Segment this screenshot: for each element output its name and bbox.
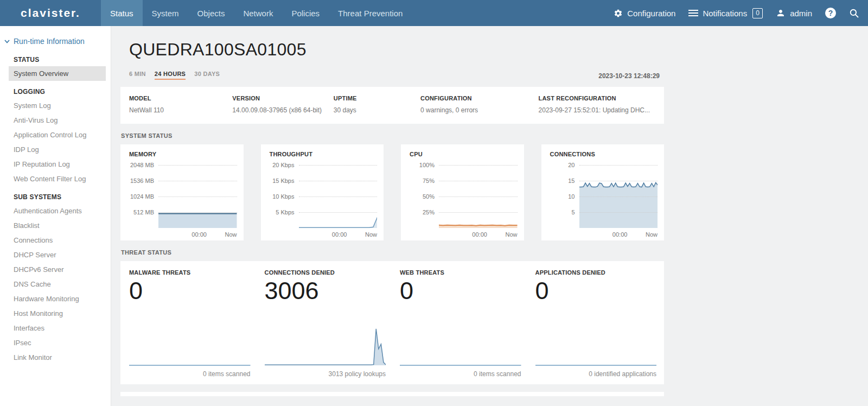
user-menu[interactable]: admin bbox=[776, 8, 812, 18]
threat-col-connections-denied: CONNECTIONS DENIED 3006 3013 policy look… bbox=[265, 269, 386, 378]
sidebar-item-interfaces[interactable]: Interfaces bbox=[9, 321, 106, 335]
chart-title: CPU bbox=[410, 151, 518, 157]
threat-sparkline bbox=[265, 321, 386, 366]
notifications-label: Notifications bbox=[703, 9, 747, 18]
x-tick: Now bbox=[646, 231, 658, 238]
chart-card-memory: MEMORY 2048 MB1536 MB1024 MB512 MB 00:00… bbox=[120, 144, 244, 240]
info-col-uptime: UPTIME 30 days bbox=[334, 95, 420, 114]
chart-card-throughput: THROUGHPUT 20 Kbps15 Kbps10 Kbps5 Kbps 0… bbox=[261, 144, 384, 240]
sidebar-item-connections[interactable]: Connections bbox=[9, 233, 106, 248]
threat-value: 3006 bbox=[265, 278, 386, 303]
nav-item-policies[interactable]: Policies bbox=[282, 0, 329, 26]
nav-item-threat-prevention[interactable]: Threat Prevention bbox=[329, 0, 412, 26]
chart-plot: 2015105 bbox=[579, 162, 658, 229]
chart-plot: 2048 MB1536 MB1024 MB512 MB bbox=[158, 162, 237, 229]
chevron-down-icon bbox=[4, 40, 10, 43]
tab-6-min[interactable]: 6 MIN bbox=[129, 71, 146, 80]
x-tick: 00:00 bbox=[332, 231, 347, 238]
clavister-logo[interactable]: clavister. bbox=[0, 0, 101, 26]
threat-value: 0 bbox=[400, 278, 521, 303]
info-col-model: MODEL NetWall 110 bbox=[129, 95, 232, 114]
sidebar-section-logging: LOGGING bbox=[0, 81, 111, 98]
threat-status-section-label: THREAT STATUS bbox=[121, 249, 664, 256]
main-menu: Status System Objects Network Policies T… bbox=[101, 0, 412, 26]
x-tick: Now bbox=[505, 231, 517, 238]
tab-24-hours[interactable]: 24 HOURS bbox=[155, 71, 186, 80]
chart-x-axis: 00:00 Now bbox=[158, 229, 237, 239]
info-value: NetWall 110 bbox=[129, 106, 227, 114]
sidebar-item-host-monitoring[interactable]: Host Monitoring bbox=[9, 306, 106, 321]
page-layout: Run-time Information STATUS System Overv… bbox=[0, 26, 868, 406]
configuration-label: Configuration bbox=[627, 9, 675, 18]
sidebar-root-runtime-information[interactable]: Run-time Information bbox=[0, 33, 111, 49]
threat-status-card: MALWARE THREATS 0 0 items scanned CONNEC… bbox=[120, 261, 664, 384]
current-timestamp: 2023-10-23 12:48:29 bbox=[598, 72, 660, 80]
threat-col-applications-denied: APPLICATIONS DENIED 0 0 identified appli… bbox=[535, 269, 657, 378]
sidebar-item-ip-reputation-log[interactable]: IP Reputation Log bbox=[9, 157, 106, 172]
chart-plot: 20 Kbps15 Kbps10 Kbps5 Kbps bbox=[299, 162, 378, 229]
threat-col-web-threats: WEB THREATS 0 0 items scanned bbox=[400, 269, 521, 378]
nav-item-network[interactable]: Network bbox=[234, 0, 282, 26]
x-tick: 00:00 bbox=[192, 231, 207, 238]
info-value: 2023-09-27 15:52:01: Updating DHC... bbox=[539, 106, 650, 114]
sidebar-item-web-content-filter-log[interactable]: Web Content Filter Log bbox=[9, 172, 106, 186]
sidebar-item-blacklist[interactable]: Blacklist bbox=[9, 218, 106, 233]
info-value: 30 days bbox=[334, 106, 415, 114]
sidebar-item-system-overview[interactable]: System Overview bbox=[9, 66, 106, 81]
info-col-configuration: CONFIGURATION 0 warnings, 0 errors bbox=[420, 95, 538, 114]
navbar-utilities: Configuration Notifications 0 admin ? bbox=[614, 0, 868, 26]
x-tick: 00:00 bbox=[612, 231, 628, 238]
sidebar-item-authentication-agents[interactable]: Authentication Agents bbox=[9, 204, 106, 218]
sidebar-item-idp-log[interactable]: IDP Log bbox=[9, 142, 106, 157]
threat-caption: 3013 policy lookups bbox=[265, 370, 386, 378]
sidebar-item-system-log[interactable]: System Log bbox=[9, 98, 106, 113]
chart-plot: 100%75%50%25% bbox=[439, 162, 518, 229]
x-tick: 00:00 bbox=[472, 231, 487, 238]
device-info-card: MODEL NetWall 110 VERSION 14.00.09.08-37… bbox=[120, 87, 664, 124]
x-tick: Now bbox=[225, 231, 237, 238]
threat-value: 0 bbox=[129, 278, 251, 303]
top-navbar: clavister. Status System Objects Network… bbox=[0, 0, 868, 26]
sidebar-item-dhcpv6-server[interactable]: DHCPv6 Server bbox=[9, 262, 106, 277]
page-title: QUEDRA100SA01005 bbox=[129, 40, 664, 60]
sidebar-item-dhcp-server[interactable]: DHCP Server bbox=[9, 248, 106, 262]
sidebar-item-hardware-monitoring[interactable]: Hardware Monitoring bbox=[9, 291, 106, 306]
main-area: QUEDRA100SA01005 6 MIN 24 HOURS 30 DAYS … bbox=[111, 26, 868, 406]
threat-caption: 0 items scanned bbox=[400, 370, 521, 378]
sidebar-root-label: Run-time Information bbox=[14, 37, 85, 46]
configuration-button[interactable]: Configuration bbox=[614, 9, 675, 18]
info-label: VERSION bbox=[232, 95, 328, 101]
info-value: 0 warnings, 0 errors bbox=[420, 106, 533, 114]
search-icon[interactable] bbox=[849, 8, 859, 18]
threat-sparkline bbox=[129, 321, 251, 366]
system-status-charts: MEMORY 2048 MB1536 MB1024 MB512 MB 00:00… bbox=[120, 144, 664, 240]
sidebar-item-ipsec[interactable]: IPsec bbox=[9, 335, 106, 350]
info-value: 14.00.09.08-37965 (x86 64-bit) bbox=[232, 106, 328, 114]
info-label: CONFIGURATION bbox=[420, 95, 533, 101]
nav-item-status[interactable]: Status bbox=[101, 0, 143, 26]
notifications-count-badge: 0 bbox=[752, 8, 763, 18]
chart-title: MEMORY bbox=[129, 151, 237, 157]
tab-30-days[interactable]: 30 DAYS bbox=[194, 71, 220, 80]
sidebar: Run-time Information STATUS System Overv… bbox=[0, 26, 111, 406]
notifications-button[interactable]: Notifications 0 bbox=[688, 8, 763, 18]
chart-x-axis: 00:00 Now bbox=[299, 229, 378, 239]
info-col-version: VERSION 14.00.09.08-37965 (x86 64-bit) bbox=[232, 95, 333, 114]
threat-caption: 0 identified applications bbox=[535, 370, 657, 378]
sidebar-section-status: STATUS bbox=[0, 49, 111, 66]
nav-item-objects[interactable]: Objects bbox=[188, 0, 234, 26]
sidebar-item-anti-virus-log[interactable]: Anti-Virus Log bbox=[9, 113, 106, 128]
sidebar-item-application-control-log[interactable]: Application Control Log bbox=[9, 128, 106, 142]
x-tick: Now bbox=[365, 231, 377, 238]
help-icon[interactable]: ? bbox=[825, 8, 836, 18]
chart-title: CONNECTIONS bbox=[550, 151, 658, 157]
threat-sparkline bbox=[400, 321, 521, 366]
sidebar-item-dns-cache[interactable]: DNS Cache bbox=[9, 277, 106, 291]
chart-x-axis: 00:00 Now bbox=[579, 229, 658, 239]
sidebar-item-link-monitor[interactable]: Link Monitor bbox=[9, 350, 106, 365]
info-col-last-reconfiguration: LAST RECONFIGURATION 2023-09-27 15:52:01… bbox=[539, 95, 655, 114]
info-label: LAST RECONFIGURATION bbox=[539, 95, 650, 101]
nav-item-system[interactable]: System bbox=[143, 0, 188, 26]
threat-col-malware-threats: MALWARE THREATS 0 0 items scanned bbox=[129, 269, 251, 378]
chart-card-cpu: CPU 100%75%50%25% 00:00 Now bbox=[401, 144, 524, 240]
